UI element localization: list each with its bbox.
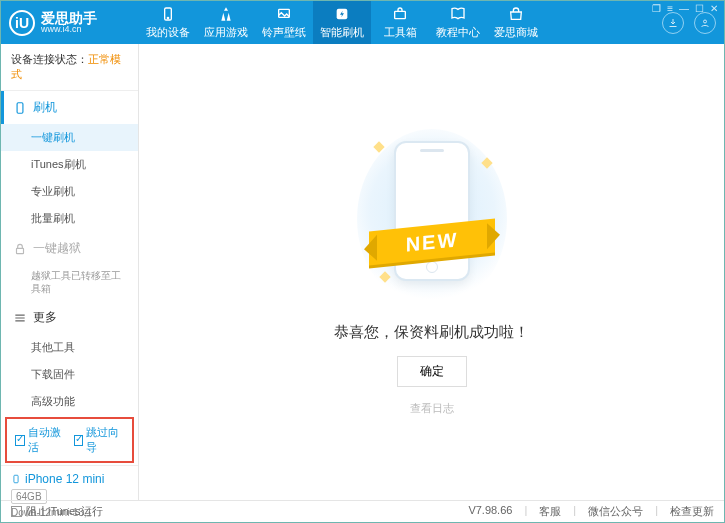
win-close-icon[interactable]: ✕	[710, 3, 718, 14]
menu-icon	[13, 311, 27, 325]
sidebar-item-download[interactable]: 下载固件	[1, 361, 138, 388]
checkbox-label: 自动激活	[28, 425, 66, 455]
win-menu-icon[interactable]: ≡	[667, 3, 673, 14]
svg-rect-6	[17, 102, 23, 113]
flash-icon	[333, 6, 351, 22]
sidebar-item-itunes[interactable]: iTunes刷机	[1, 151, 138, 178]
header-label: 一键越狱	[33, 240, 81, 257]
top-nav: 我的设备 应用游戏 铃声壁纸 智能刷机 工具箱 教程中心	[139, 1, 545, 44]
svg-point-5	[704, 20, 707, 23]
win-skin-icon[interactable]: ❐	[652, 3, 661, 14]
sidebar-header-flash[interactable]: 刷机	[1, 91, 138, 124]
checkbox-auto-activate[interactable]: 自动激活	[15, 425, 66, 455]
device-name: iPhone 12 mini	[11, 472, 128, 486]
version-label: V7.98.66	[468, 504, 512, 519]
wechat-link[interactable]: 微信公众号	[588, 504, 643, 519]
nav-label: 爱思商城	[494, 25, 538, 40]
lock-icon	[13, 242, 27, 256]
checkbox-skip-guide[interactable]: 跳过向导	[74, 425, 125, 455]
win-min-icon[interactable]: —	[679, 3, 689, 14]
app-url: www.i4.cn	[41, 25, 97, 34]
app-logo: iU 爱思助手 www.i4.cn	[9, 10, 139, 36]
store-icon	[507, 6, 525, 22]
sidebar-header-jailbreak: 一键越狱	[1, 232, 138, 265]
logo-icon: iU	[9, 10, 35, 36]
status-bar: 阻止iTunes运行 V7.98.66 | 客服 | 微信公众号 | 检查更新	[1, 500, 724, 522]
nav-label: 铃声壁纸	[262, 25, 306, 40]
block-itunes-label[interactable]: 阻止iTunes运行	[26, 504, 103, 519]
nav-label: 工具箱	[384, 25, 417, 40]
checkbox-icon	[15, 435, 25, 446]
app-window: ❐ ≡ — ☐ ✕ iU 爱思助手 www.i4.cn 我的设备 应用游戏 铃声	[0, 0, 725, 523]
nav-label: 应用游戏	[204, 25, 248, 40]
nav-flash[interactable]: 智能刷机	[313, 1, 371, 44]
header-label: 更多	[33, 309, 57, 326]
toolbox-icon	[391, 6, 409, 22]
svg-point-1	[167, 17, 168, 18]
sidebar: 设备连接状态：正常模式 刷机 一键刷机 iTunes刷机 专业刷机 批量刷机 一…	[1, 44, 139, 500]
header-label: 刷机	[33, 99, 57, 116]
titlebar-actions	[662, 12, 716, 34]
highlight-box: 自动激活 跳过向导	[5, 417, 134, 463]
body: 设备连接状态：正常模式 刷机 一键刷机 iTunes刷机 专业刷机 批量刷机 一…	[1, 44, 724, 500]
conn-label: 设备连接状态：	[11, 53, 88, 65]
nav-toolbox[interactable]: 工具箱	[371, 1, 429, 44]
user-button[interactable]	[694, 12, 716, 34]
nav-label: 教程中心	[436, 25, 480, 40]
nav-label: 我的设备	[146, 25, 190, 40]
device-name-text: iPhone 12 mini	[25, 472, 104, 486]
apps-icon	[217, 6, 235, 22]
sidebar-header-more[interactable]: 更多	[1, 301, 138, 334]
title-bar: iU 爱思助手 www.i4.cn 我的设备 应用游戏 铃声壁纸 智能刷机	[1, 1, 724, 44]
update-link[interactable]: 检查更新	[670, 504, 714, 519]
window-controls: ❐ ≡ — ☐ ✕	[652, 3, 718, 14]
checkbox-label: 跳过向导	[86, 425, 124, 455]
nav-label: 智能刷机	[320, 25, 364, 40]
nav-apps[interactable]: 应用游戏	[197, 1, 255, 44]
nav-my-device[interactable]: 我的设备	[139, 1, 197, 44]
support-link[interactable]: 客服	[539, 504, 561, 519]
ok-button[interactable]: 确定	[397, 356, 467, 387]
nav-store[interactable]: 爱思商城	[487, 1, 545, 44]
checkbox-icon	[74, 435, 84, 446]
svg-rect-8	[14, 475, 18, 483]
phone-icon	[11, 472, 21, 486]
view-log-link[interactable]: 查看日志	[410, 401, 454, 416]
nav-tutorials[interactable]: 教程中心	[429, 1, 487, 44]
jailbreak-note: 越狱工具已转移至工具箱	[31, 269, 130, 295]
book-icon	[449, 6, 467, 22]
svg-rect-7	[17, 248, 24, 253]
phone-icon	[13, 101, 27, 115]
connection-status: 设备连接状态：正常模式	[1, 44, 138, 91]
app-name: 爱思助手	[41, 11, 97, 25]
win-max-icon[interactable]: ☐	[695, 3, 704, 14]
checkbox-icon[interactable]	[11, 506, 22, 517]
phone-icon	[159, 6, 177, 22]
main-content: NEW 恭喜您，保资料刷机成功啦！ 确定 查看日志	[139, 44, 724, 500]
sidebar-item-batch[interactable]: 批量刷机	[1, 205, 138, 232]
sidebar-item-advanced[interactable]: 高级功能	[1, 388, 138, 415]
nav-ringtones[interactable]: 铃声壁纸	[255, 1, 313, 44]
success-message: 恭喜您，保资料刷机成功啦！	[334, 323, 529, 342]
sidebar-item-other[interactable]: 其他工具	[1, 334, 138, 361]
svg-rect-4	[395, 11, 406, 18]
sidebar-item-pro[interactable]: 专业刷机	[1, 178, 138, 205]
wallpaper-icon	[275, 6, 293, 22]
success-illustration: NEW	[357, 129, 507, 309]
download-button[interactable]	[662, 12, 684, 34]
sidebar-item-oneclick[interactable]: 一键刷机	[1, 124, 138, 151]
